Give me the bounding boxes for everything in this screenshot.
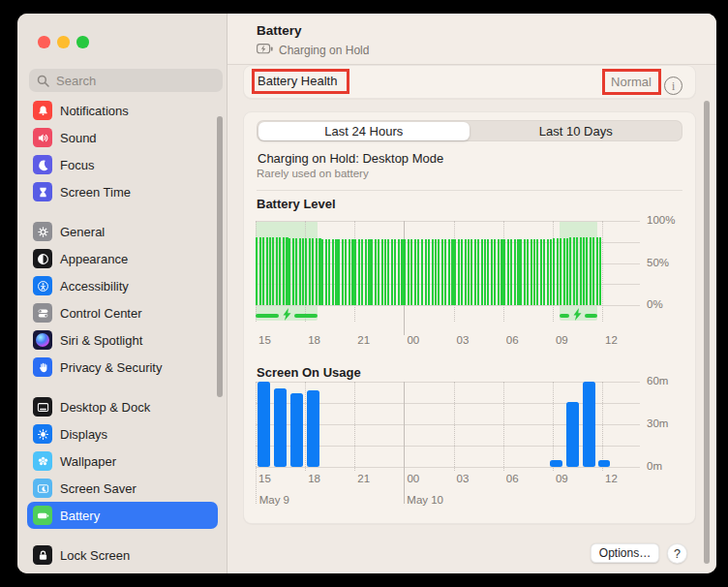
sidebar-item-battery[interactable]: Battery <box>27 502 218 529</box>
system-settings-window: NotificationsSoundFocusScreen TimeGenera… <box>17 14 716 573</box>
zoom-button[interactable] <box>76 36 89 48</box>
moon-icon <box>33 155 52 174</box>
toggles-icon <box>33 303 52 323</box>
sidebar-item-label: Control Center <box>60 306 142 321</box>
sidebar-item-label: Focus <box>60 158 94 172</box>
header-status: Charging on Hold <box>257 44 369 57</box>
sidebar: NotificationsSoundFocusScreen TimeGenera… <box>17 14 228 573</box>
charging-status-title: Charging on Hold: Desktop Mode <box>258 151 443 166</box>
sidebar-item-control-center[interactable]: Control Center <box>27 299 218 326</box>
sidebar-item-displays[interactable]: Displays <box>27 420 218 448</box>
flower-icon <box>33 451 52 471</box>
sidebar-item-notifications[interactable]: Notifications <box>27 97 218 124</box>
close-button[interactable] <box>38 36 50 48</box>
search-field[interactable] <box>29 69 223 92</box>
sidebar-item-screen-saver[interactable]: Screen Saver <box>27 475 218 502</box>
sidebar-item-lock-screen[interactable]: Lock Screen <box>27 541 218 569</box>
sidebar-item-focus[interactable]: Focus <box>27 151 218 178</box>
search-input[interactable] <box>54 73 215 89</box>
hourglass-icon <box>33 182 52 201</box>
header-status-text: Charging on Hold <box>279 44 369 57</box>
sidebar-item-label: Privacy & Security <box>60 360 162 375</box>
sidebar-item-siri-spotlight[interactable]: Siri & Spotlight <box>27 326 218 354</box>
sidebar-item-screen-time[interactable]: Screen Time <box>27 178 218 205</box>
minimize-button[interactable] <box>57 36 70 48</box>
desktop-background: NotificationsSoundFocusScreen TimeGenera… <box>0 0 728 587</box>
sidebar-scrollbar[interactable] <box>217 116 223 397</box>
sidebar-item-label: Notifications <box>60 104 129 118</box>
help-button[interactable]: ? <box>667 543 687 564</box>
tab-last-10-days[interactable]: Last 10 Days <box>470 121 682 140</box>
sidebar-group: GeneralAppearanceAccessibilityControl Ce… <box>27 218 218 381</box>
sidebar-item-label: General <box>60 225 105 239</box>
sidebar-item-appearance[interactable]: Appearance <box>27 245 218 272</box>
sidebar-item-label: Siri & Spotlight <box>60 333 142 348</box>
options-button[interactable]: Options… <box>591 543 659 563</box>
sidebar-item-label: Appearance <box>60 252 128 266</box>
sun-icon <box>33 424 52 444</box>
sidebar-item-wallpaper[interactable]: Wallpaper <box>27 448 218 475</box>
normal-annotation-box <box>602 69 661 95</box>
divider <box>257 190 682 191</box>
sidebar-item-label: Screen Time <box>60 185 131 200</box>
sidebar-item-accessibility[interactable]: Accessibility <box>27 272 218 299</box>
charging-status-subtitle: Rarely used on battery <box>257 168 369 179</box>
sidebar-item-label: Sound <box>60 131 97 145</box>
battery-level-chart-title: Battery Level <box>257 197 336 211</box>
sidebar-item-label: Displays <box>60 427 107 442</box>
dock-icon <box>33 397 52 417</box>
sidebar-group: Lock Screen <box>27 541 218 569</box>
sidebar-item-label: Accessibility <box>60 279 129 294</box>
hand-icon <box>33 357 52 377</box>
content-scrollbar[interactable] <box>704 101 710 564</box>
sidebar-group: NotificationsSoundFocusScreen Time <box>27 97 218 205</box>
battery-health-annotation-box <box>252 69 349 94</box>
sidebar-item-desktop-dock[interactable]: Desktop & Dock <box>27 393 218 420</box>
sidebar-item-general[interactable]: General <box>27 218 218 245</box>
screen-on-usage-chart-title: Screen On Usage <box>257 365 361 380</box>
search-icon <box>37 75 49 87</box>
sidebar-list: NotificationsSoundFocusScreen TimeGenera… <box>27 97 218 569</box>
siri-icon <box>33 330 52 350</box>
contrast-icon <box>33 249 52 268</box>
time-range-tabs: Last 24 Hours Last 10 Days <box>257 120 682 141</box>
screensaver-icon <box>33 479 52 498</box>
sidebar-item-label: Battery <box>60 509 100 523</box>
info-icon[interactable]: i <box>664 77 682 95</box>
sidebar-item-privacy-security[interactable]: Privacy & Security <box>27 354 218 381</box>
lock-icon <box>33 545 52 565</box>
sidebar-item-sound[interactable]: Sound <box>27 124 218 151</box>
sidebar-item-label: Lock Screen <box>60 548 130 563</box>
sidebar-item-label: Screen Saver <box>60 481 136 496</box>
speaker-icon <box>33 128 52 147</box>
sidebar-item-label: Desktop & Dock <box>60 400 150 415</box>
gear-icon <box>33 222 52 241</box>
bell-icon <box>33 101 52 120</box>
battery-icon <box>33 506 52 525</box>
battery-settings-pane: Battery Charging on Hold Battery Health … <box>228 14 716 573</box>
page-title: Battery <box>257 23 302 38</box>
sidebar-item-label: Wallpaper <box>60 454 116 469</box>
accessibility-icon <box>33 276 52 295</box>
tab-last-24-hours[interactable]: Last 24 Hours <box>258 122 470 140</box>
sidebar-group: Desktop & DockDisplaysWallpaperScreen Sa… <box>27 393 218 529</box>
charging-battery-icon <box>257 44 273 57</box>
